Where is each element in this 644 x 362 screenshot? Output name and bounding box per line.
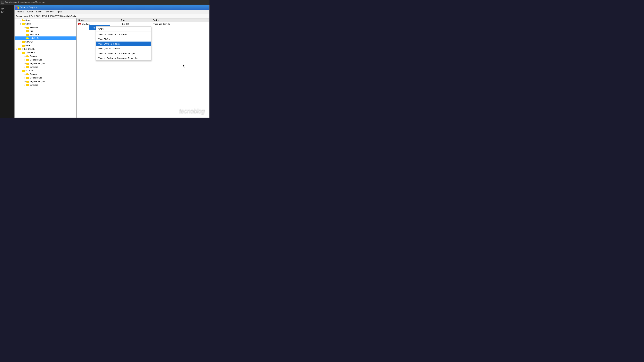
expand-allowstart[interactable]: ▷ — [24, 26, 26, 29]
expand-console-s[interactable]: ▷ — [24, 73, 26, 75]
tree-panel[interactable]: ▷ Select ▽ Setup ▷ AllowStart ▷ Pid ▷ — [14, 18, 77, 118]
menu-valor-expansivel[interactable]: Valor de Cadeia de Caracteres Expansível — [96, 56, 151, 60]
tree-item-wpa[interactable]: ▷ WPA — [14, 44, 76, 47]
menu-valor-qword-label: Valor QWORD (64 bits) — [98, 47, 120, 50]
expand-keyboard-default[interactable]: ▷ — [24, 62, 26, 65]
tree-label-s-1-5-18: S-1-5-18 — [25, 69, 34, 72]
svg-marker-0 — [183, 64, 185, 67]
expand-default[interactable]: ▽ — [19, 51, 22, 54]
tree-item-allowstart[interactable]: ▷ AllowStart — [14, 26, 76, 29]
tree-item-labconfig[interactable]: ▷ LabConfig — [14, 36, 76, 40]
tree-label-software-default: Software — [30, 66, 38, 68]
folder-icon-software-default — [26, 66, 29, 68]
registry-title-text: Editor do Registro — [20, 6, 37, 8]
folder-icon-software-setup — [22, 41, 25, 43]
menu-valor-cadeia-label: Valor da Cadeia de Caracteres — [98, 33, 128, 36]
folder-icon-controlpanel-s — [26, 77, 29, 79]
registry-icon-cell-2 — [18, 6, 19, 7]
menu-exibir[interactable]: Exibir — [34, 10, 43, 13]
cell-dados-default: (valor não definido) — [151, 22, 209, 26]
expand-setup[interactable]: ▽ — [19, 22, 22, 25]
tree-item-software-setup[interactable]: ▷ Software — [14, 40, 76, 44]
menu-chave[interactable]: Chave — [96, 26, 151, 31]
expand-console-default[interactable]: ▷ — [24, 55, 26, 57]
mouse-cursor — [183, 64, 186, 68]
right-panel: Nome Tipo Dados ab (Padrão) REG_SZ (valo… — [77, 18, 209, 118]
expand-software-default[interactable]: ▷ — [24, 66, 26, 68]
context-menu: Chave Valor da Cadeia de Caracteres Valo… — [96, 26, 151, 61]
col-tipo: Tipo — [119, 18, 151, 22]
menu-favoritos[interactable]: Favoritos — [43, 10, 55, 13]
cell-tipo-default: REG_SZ — [119, 22, 151, 26]
tree-item-s-1-5-18[interactable]: ▽ S-1-5-18 — [14, 69, 76, 72]
tree-item-controlpanel-default[interactable]: ▷ Control Panel — [14, 58, 76, 62]
folder-icon-controlpanel-default — [26, 59, 29, 61]
watermark: tecnoblog — [179, 108, 204, 115]
registry-icon-cell-3 — [16, 7, 17, 9]
menu-arquivo[interactable]: Arquivo — [15, 10, 26, 13]
expand-s-1-5-18[interactable]: ▽ — [19, 69, 22, 72]
menu-valor-qword[interactable]: Valor QWORD (64 bits) — [96, 46, 151, 51]
registry-titlebar: Editor do Registro — [14, 5, 209, 10]
tree-item-keyboard-s[interactable]: ▷ Keyboard Layout — [14, 80, 76, 83]
tree-label-controlpanel-default: Control Panel — [30, 59, 42, 61]
tree-item-software-s[interactable]: ▷ Software — [14, 83, 76, 87]
tree-item-setup[interactable]: ▽ Setup — [14, 22, 76, 26]
menu-valor-cadeia[interactable]: Valor da Cadeia de Caracteres — [96, 32, 151, 37]
folder-icon-console-default — [26, 55, 29, 57]
menu-chave-label: Chave — [98, 28, 104, 30]
expand-software-s[interactable]: ▷ — [24, 84, 26, 86]
cmd-line-4: X:\ — [1, 7, 14, 11]
tree-item-console-default[interactable]: ▷ Console — [14, 54, 76, 58]
expand-hkey-users[interactable]: ▽ — [15, 48, 18, 50]
tree-item-software-default[interactable]: ▷ Software — [14, 65, 76, 69]
tree-label-software-setup: Software — [25, 41, 34, 43]
tree-label-console-s: Console — [30, 73, 38, 75]
registry-icon-cell-4 — [18, 7, 19, 9]
registry-icon-cell-1 — [16, 6, 17, 7]
folder-icon-default — [22, 51, 25, 54]
folder-icon-console-s — [26, 73, 29, 75]
menu-ajuda[interactable]: Ajuda — [55, 10, 64, 13]
folder-icon-setup — [22, 23, 25, 25]
registry-icon — [16, 6, 19, 9]
tree-item-default[interactable]: ▽ .DEFAULT — [14, 51, 76, 54]
tree-item-select[interactable]: ▷ Select — [14, 18, 76, 22]
col-dados: Dados — [151, 18, 209, 22]
expand-controlpanel-s[interactable]: ▷ — [24, 76, 26, 79]
expand-software-setup[interactable]: ▷ — [19, 40, 22, 43]
menu-valor-dword[interactable]: Valor DWORD (32 bits) — [96, 41, 151, 46]
ab-icon: ab — [78, 23, 81, 25]
folder-icon-labconfig — [26, 37, 29, 39]
menu-editar[interactable]: Editar — [26, 10, 34, 13]
tree-label-allowstart: AllowStart — [30, 26, 39, 29]
tree-item-controlpanel-s[interactable]: ▷ Control Panel — [14, 76, 76, 80]
values-table: Nome Tipo Dados ab (Padrão) REG_SZ (valo… — [77, 18, 209, 26]
tree-item-console-s[interactable]: ▷ Console — [14, 72, 76, 76]
tree-label-hkey-users: HKEY_USERS — [22, 48, 35, 50]
address-bar: Computador\HKEY_LOCAL_MACHINE\SYSTEM\Set… — [14, 14, 209, 18]
menu-valor-dword-label: Valor DWORD (32 bits) — [98, 43, 120, 45]
cmd-line-2: (c — [1, 4, 14, 7]
main-content: ▷ Select ▽ Setup ▷ AllowStart ▷ Pid ▷ — [14, 18, 209, 118]
tree-label-default: .DEFAULT — [25, 51, 35, 54]
tree-item-pid[interactable]: ▷ Pid — [14, 29, 76, 33]
expand-controlpanel-default[interactable]: ▷ — [24, 58, 26, 61]
menu-valor-binario[interactable]: Valor Binário — [96, 37, 151, 41]
menu-valor-multi[interactable]: Valor de Cadeia de Caracteres Múltipla — [96, 51, 151, 56]
tree-label-select: Select — [25, 19, 31, 21]
tree-item-hkey-users[interactable]: ▽ HKEY_USERS — [14, 47, 76, 51]
folder-icon-keyboard-s — [26, 80, 29, 83]
menu-valor-expansivel-label: Valor de Cadeia de Caracteres Expansível — [98, 57, 138, 59]
tree-label-console-default: Console — [30, 55, 38, 57]
folder-icon-s-1-5-18 — [22, 69, 25, 72]
tree-item-setupcl[interactable]: ▷ SETUPCL — [14, 33, 76, 36]
address-path: Computador\HKEY_LOCAL_MACHINE\SYSTEM\Set… — [16, 15, 76, 17]
tree-label-keyboard-default: Keyboard Layout — [30, 62, 46, 65]
col-nome: Nome — [77, 18, 119, 22]
tree-item-keyboard-default[interactable]: ▷ Keyboard Layout — [14, 62, 76, 65]
cmd-line-6: X:\ — [1, 11, 14, 14]
expand-select[interactable]: ▷ — [19, 19, 22, 21]
menu-valor-multi-label: Valor de Cadeia de Caracteres Múltipla — [98, 52, 135, 55]
expand-keyboard-s[interactable]: ▷ — [24, 80, 26, 83]
